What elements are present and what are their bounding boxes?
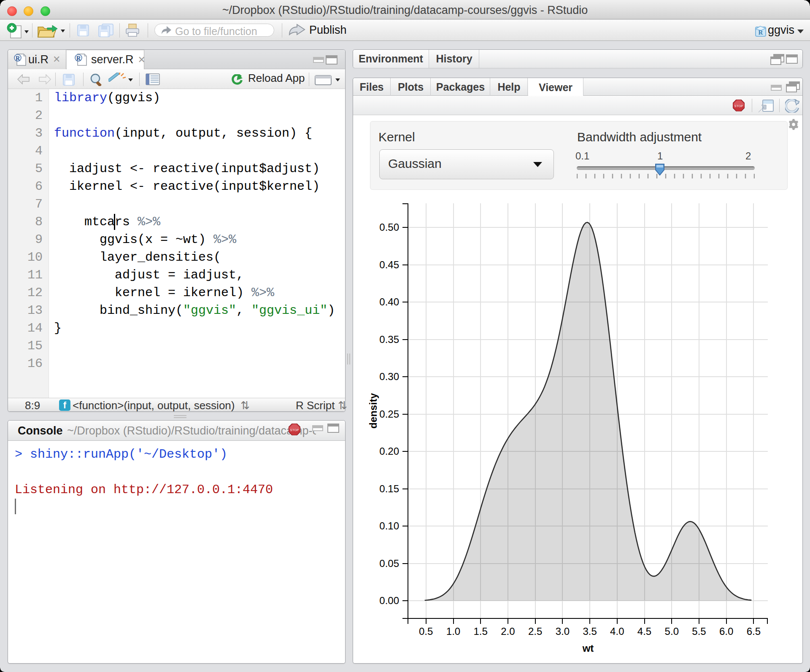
svg-text:0.35: 0.35 (379, 334, 399, 345)
svg-text:0.20: 0.20 (379, 445, 399, 457)
svg-text:2.5: 2.5 (528, 626, 542, 637)
svg-text:1.0: 1.0 (446, 626, 460, 637)
svg-text:5.5: 5.5 (692, 626, 706, 637)
svg-text:2.0: 2.0 (501, 626, 515, 637)
svg-text:0.10: 0.10 (379, 520, 399, 532)
svg-text:0.5: 0.5 (419, 626, 433, 637)
svg-text:4.0: 4.0 (610, 626, 624, 637)
svg-text:wt: wt (582, 642, 594, 654)
svg-text:6.5: 6.5 (747, 626, 761, 637)
svg-text:3.5: 3.5 (583, 626, 597, 637)
svg-text:5.0: 5.0 (665, 626, 679, 637)
svg-text:0.05: 0.05 (379, 558, 399, 569)
svg-text:0.25: 0.25 (379, 408, 399, 420)
svg-text:3.0: 3.0 (556, 626, 570, 637)
svg-text:0.50: 0.50 (379, 221, 399, 233)
svg-text:0.00: 0.00 (379, 595, 399, 606)
svg-text:0.30: 0.30 (379, 371, 399, 382)
svg-text:1.5: 1.5 (474, 626, 488, 637)
svg-text:density: density (367, 393, 379, 429)
svg-text:6.0: 6.0 (719, 626, 733, 637)
svg-text:0.15: 0.15 (379, 483, 399, 494)
svg-text:4.5: 4.5 (637, 626, 651, 637)
svg-text:0.45: 0.45 (379, 259, 399, 270)
svg-text:0.40: 0.40 (379, 296, 399, 308)
